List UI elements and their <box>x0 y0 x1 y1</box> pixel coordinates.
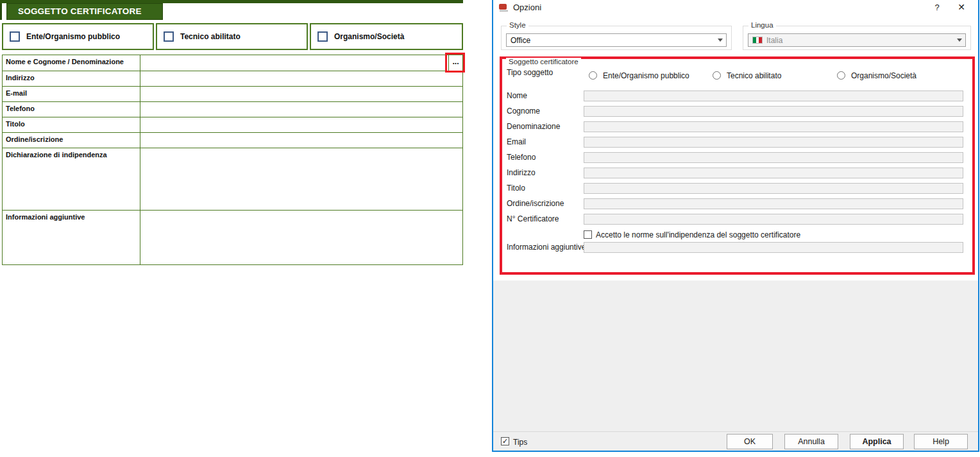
field-row-certificatore: N° Certificatore <box>507 214 965 225</box>
nome-field[interactable] <box>584 91 963 101</box>
table-row: Dichiarazione di indipendenza <box>3 148 462 210</box>
field-row-titolo: Titolo <box>507 183 965 194</box>
row-label: Indirizzo <box>3 71 140 86</box>
close-icon[interactable]: ✕ <box>954 1 969 14</box>
style-select[interactable]: Office <box>506 33 727 47</box>
denominazione-field[interactable] <box>584 121 963 132</box>
header-left-tick <box>0 3 2 20</box>
row-label: Dichiarazione di indipendenza <box>3 148 140 210</box>
help-button[interactable]: Help <box>914 434 968 449</box>
table-row: E-mail <box>3 86 462 101</box>
table-row: Nome e Cognome / Denominazione ... <box>3 55 462 71</box>
field-row-nome: Nome <box>507 91 965 101</box>
field-row-email: Email <box>507 137 965 148</box>
independence-checkbox-label[interactable]: Accetto le norme sull'indipendenza del s… <box>596 230 800 239</box>
red-highlight-browse-button <box>445 53 465 73</box>
ordine-iscrizione-field[interactable] <box>584 198 963 209</box>
row-label: E-mail <box>3 87 140 101</box>
field-label: N° Certificatore <box>507 214 559 223</box>
help-icon[interactable]: ? <box>929 1 945 14</box>
row-value-cell[interactable] <box>140 102 462 117</box>
check-icon: ✓ <box>502 437 508 445</box>
row-value-cell[interactable] <box>140 71 462 86</box>
radio-icon-ente[interactable] <box>589 71 597 80</box>
row-value-cell[interactable]: ... <box>140 55 462 71</box>
indirizzo-field[interactable] <box>584 168 963 178</box>
field-label: Nome <box>507 91 527 100</box>
radio-label[interactable]: Organismo/Società <box>851 71 917 80</box>
titolo-field[interactable] <box>584 183 963 194</box>
independence-checkbox[interactable] <box>584 230 592 239</box>
field-label: Ordine/iscrizione <box>507 199 564 208</box>
italy-flag-icon <box>752 37 763 44</box>
row-label: Nome e Cognome / Denominazione <box>3 55 140 71</box>
field-row-cognome: Cognome <box>507 106 965 117</box>
table-row: Telefono <box>3 101 462 117</box>
field-label: Email <box>507 137 526 146</box>
radio-label[interactable]: Tecnico abilitato <box>727 71 781 80</box>
app-icon <box>499 4 507 10</box>
soggetto-group-label: Soggetto certificatore <box>506 58 581 65</box>
checkbox-label: Ente/Organismo pubblico <box>26 32 120 41</box>
style-selected-value: Office <box>511 36 714 45</box>
chevron-down-icon[interactable] <box>714 34 726 46</box>
field-label: Cognome <box>507 107 540 116</box>
applica-button[interactable]: Applica <box>850 434 904 449</box>
type-option-tecnico[interactable]: Tecnico abilitato <box>156 23 308 50</box>
style-group-label: Style <box>507 21 528 29</box>
checkbox-label: Tecnico abilitato <box>180 32 241 41</box>
certifier-table: Nome e Cognome / Denominazione ... Indir… <box>2 55 463 265</box>
checkbox-icon[interactable] <box>10 31 20 42</box>
row-value-cell[interactable] <box>140 117 462 132</box>
language-group: Lingua Italia <box>743 26 971 50</box>
language-selected-value: Italia <box>766 36 954 45</box>
field-row-denominazione: Denominazione <box>507 121 965 132</box>
dialog-empty-area <box>493 280 978 451</box>
checkbox-icon[interactable] <box>317 31 328 42</box>
ok-button[interactable]: OK <box>727 434 773 449</box>
type-option-ente[interactable]: Ente/Organismo pubblico <box>2 23 154 50</box>
row-label: Titolo <box>3 117 140 132</box>
radio-icon-organismo[interactable] <box>837 71 845 80</box>
table-row: Titolo <box>3 117 462 132</box>
annulla-button[interactable]: Annulla <box>784 434 838 449</box>
informazioni-aggiuntive-field[interactable] <box>584 242 963 253</box>
row-value-cell[interactable] <box>140 133 462 148</box>
language-group-label: Lingua <box>748 21 776 29</box>
row-value-cell[interactable] <box>140 87 462 101</box>
row-value-cell[interactable] <box>140 211 462 264</box>
field-row-informazioni: Informazioni aggiuntive <box>507 242 965 253</box>
checkbox-label: Organismo/Società <box>334 32 404 41</box>
telefono-field[interactable] <box>584 152 963 163</box>
checkbox-icon[interactable] <box>164 31 174 42</box>
field-row-indirizzo: Indirizzo <box>507 168 965 178</box>
tips-checkbox[interactable]: ✓ <box>501 437 509 445</box>
field-label: Titolo <box>507 184 525 193</box>
screenshot-root: SOGGETTO CERTIFICATORE Ente/Organismo pu… <box>0 0 980 457</box>
chevron-down-icon[interactable] <box>954 34 965 46</box>
tips-checkbox-label[interactable]: Tips <box>513 438 527 447</box>
row-label: Ordine/iscrizione <box>3 133 140 148</box>
field-row-ordine: Ordine/iscrizione <box>507 198 965 209</box>
email-field[interactable] <box>584 137 963 148</box>
radio-label[interactable]: Ente/Organismo pubblico <box>603 71 689 80</box>
radio-icon-tecnico[interactable] <box>713 71 721 80</box>
type-option-organismo[interactable]: Organismo/Società <box>310 23 463 50</box>
field-label: Denominazione <box>507 122 560 131</box>
language-select[interactable]: Italia <box>748 33 966 47</box>
field-label: Indirizzo <box>507 168 536 177</box>
field-row-telefono: Telefono <box>507 152 965 163</box>
table-row: Indirizzo <box>3 71 462 86</box>
row-label: Telefono <box>3 102 140 117</box>
numero-certificatore-field[interactable] <box>584 214 963 225</box>
row-label: Informazioni aggiuntive <box>3 211 140 264</box>
dialog-title: Opzioni <box>513 3 541 12</box>
table-row: Ordine/iscrizione <box>3 132 462 148</box>
row-value-cell[interactable] <box>140 148 462 210</box>
field-label: Telefono <box>507 153 536 162</box>
page-title: SOGGETTO CERTIFICATORE <box>6 3 163 20</box>
style-group: Style Office <box>501 26 732 50</box>
tipo-soggetto-radios: Ente/Organismo pubblico Tecnico abilitat… <box>493 71 977 81</box>
table-row: Informazioni aggiuntive <box>3 210 462 264</box>
cognome-field[interactable] <box>584 106 963 117</box>
